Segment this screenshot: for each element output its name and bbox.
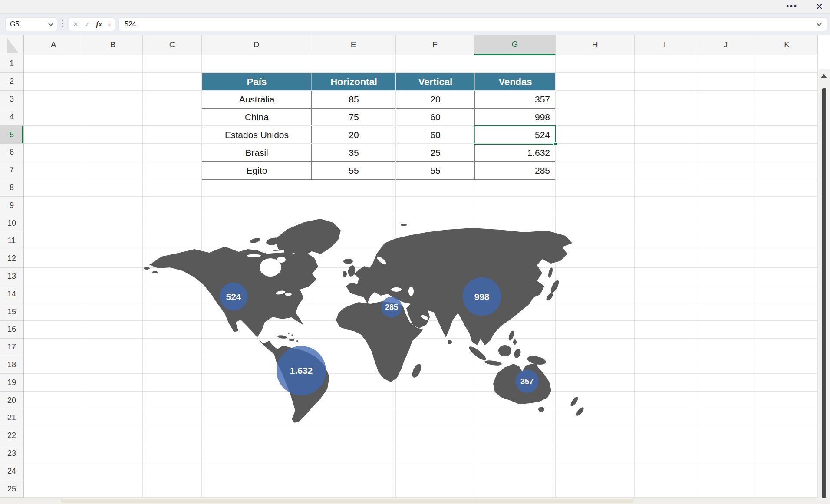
name-box[interactable]: G5: [5, 17, 57, 31]
column-header-A[interactable]: A: [24, 35, 83, 55]
column-header-K[interactable]: K: [756, 35, 818, 55]
column-header-I[interactable]: I: [635, 35, 695, 55]
enter-icon[interactable]: ✓: [84, 20, 90, 29]
chevron-down-icon[interactable]: [48, 21, 53, 26]
table-row: Egito5555285: [202, 162, 556, 180]
map-bubble-label: 998: [474, 292, 489, 302]
row-header-15[interactable]: 15: [0, 303, 24, 321]
selected-cell-outline[interactable]: [474, 125, 556, 145]
row-header-10[interactable]: 10: [0, 214, 24, 232]
gridline: [756, 55, 756, 498]
row-header-19[interactable]: 19: [0, 374, 24, 392]
row-header-24[interactable]: 24: [0, 462, 24, 480]
column-header-H[interactable]: H: [556, 35, 635, 55]
row-header-2[interactable]: 2: [0, 73, 24, 91]
row-header-18[interactable]: 18: [0, 356, 24, 374]
chevron-down-icon[interactable]: [108, 22, 111, 25]
table-row: China7560998: [202, 109, 556, 126]
cell-grid[interactable]: PaísHorizontalVerticalVendasAustrália852…: [24, 55, 818, 498]
table-cell[interactable]: 20: [396, 91, 475, 109]
formula-expand-icon[interactable]: [817, 21, 821, 26]
row-header-25[interactable]: 25: [0, 480, 24, 498]
gridline: [142, 55, 143, 498]
column-header-B[interactable]: B: [83, 35, 143, 55]
row-header-5[interactable]: 5: [0, 126, 24, 144]
gridline: [24, 462, 818, 462]
horizontal-scrollbar[interactable]: [0, 498, 830, 504]
gridline: [24, 72, 818, 73]
table-row: Brasil35251.632: [202, 144, 556, 162]
row-header-3[interactable]: 3: [0, 91, 24, 109]
gridline: [24, 90, 818, 91]
table-header-cell[interactable]: Vendas: [475, 73, 556, 91]
table-header-cell[interactable]: País: [202, 73, 312, 91]
row-header-16[interactable]: 16: [0, 321, 24, 339]
table-cell[interactable]: 55: [396, 162, 475, 180]
table-cell[interactable]: 35: [312, 144, 396, 162]
table-cell[interactable]: 55: [312, 162, 396, 180]
row-header-11[interactable]: 11: [0, 232, 24, 250]
scroll-up-icon[interactable]: [821, 74, 827, 78]
formula-bar: G5 ✕ ✓ fx 524: [0, 14, 830, 35]
map-bubble-label: 285: [385, 303, 398, 312]
table-header-cell[interactable]: Horizontal: [312, 73, 396, 91]
table-cell[interactable]: Egito: [202, 162, 312, 180]
gridline: [24, 480, 818, 480]
table-cell[interactable]: Estados Unidos: [202, 126, 312, 144]
row-header-22[interactable]: 22: [0, 427, 24, 445]
column-header-E[interactable]: E: [311, 35, 396, 55]
cancel-icon[interactable]: ✕: [73, 20, 79, 28]
row-header-12[interactable]: 12: [0, 250, 24, 268]
table-cell[interactable]: 357: [475, 91, 556, 109]
name-box-value: G5: [10, 20, 19, 28]
table-cell[interactable]: 20: [312, 126, 396, 144]
map-bubble-label: 1.632: [290, 366, 313, 376]
table-cell[interactable]: Brasil: [202, 144, 312, 162]
select-all-corner[interactable]: [0, 35, 24, 55]
formula-value: 524: [125, 20, 136, 28]
row-header-9[interactable]: 9: [0, 197, 24, 214]
row-header-17[interactable]: 17: [0, 339, 24, 356]
gridline: [24, 179, 818, 179]
table-cell[interactable]: China: [202, 109, 312, 126]
row-header-21[interactable]: 21: [0, 409, 24, 427]
table-cell[interactable]: 60: [396, 109, 475, 126]
table-cell[interactable]: 60: [396, 126, 475, 144]
gridline: [695, 55, 695, 498]
insert-function-icon[interactable]: fx: [96, 20, 102, 29]
vertical-scrollbar-thumb[interactable]: [822, 88, 826, 504]
table-row: Austrália8520357: [202, 91, 556, 109]
row-header-7[interactable]: 7: [0, 161, 24, 179]
row-header-20[interactable]: 20: [0, 392, 24, 409]
more-options-icon[interactable]: •••: [786, 2, 798, 10]
column-header-D[interactable]: D: [202, 35, 311, 55]
row-header-14[interactable]: 14: [0, 285, 24, 303]
row-header-6[interactable]: 6: [0, 144, 24, 161]
row-header-1[interactable]: 1: [0, 55, 24, 73]
table-cell[interactable]: Austrália: [202, 91, 312, 109]
row-header-13[interactable]: 13: [0, 268, 24, 286]
gridline: [24, 108, 818, 108]
column-header-F[interactable]: F: [396, 35, 474, 55]
row-header-23[interactable]: 23: [0, 445, 24, 463]
row-header-8[interactable]: 8: [0, 179, 24, 197]
fill-handle[interactable]: [553, 142, 557, 146]
row-header-4[interactable]: 4: [0, 108, 24, 126]
gridline: [24, 196, 818, 197]
column-header-G[interactable]: G: [474, 35, 556, 55]
table-cell[interactable]: 75: [312, 109, 396, 126]
table-cell[interactable]: 998: [475, 109, 556, 126]
close-icon[interactable]: ✕: [816, 1, 823, 12]
table-header-cell[interactable]: Vertical: [396, 73, 475, 91]
horizontal-scrollbar-thumb[interactable]: [61, 499, 634, 503]
world-map-chart[interactable]: 3579985241.632285: [143, 212, 595, 424]
column-header-J[interactable]: J: [695, 35, 756, 55]
vertical-scrollbar[interactable]: [818, 69, 830, 504]
table-cell[interactable]: 85: [312, 91, 396, 109]
table-cell[interactable]: 285: [475, 162, 556, 180]
formula-input[interactable]: 524: [118, 17, 827, 31]
table-cell[interactable]: 25: [396, 144, 475, 162]
column-header-C[interactable]: C: [143, 35, 202, 55]
gridline: [24, 125, 818, 126]
table-cell[interactable]: 1.632: [475, 144, 556, 162]
